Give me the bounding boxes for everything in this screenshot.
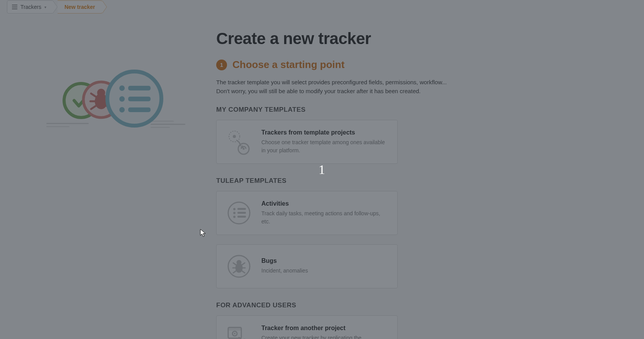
breadcrumb: Trackers ▾ New tracker [7,0,107,14]
breadcrumb-divider-end [102,0,107,14]
step-header: 1 Choose a starting point [216,59,587,71]
card-tracker-another-project[interactable]: Tracker from another project Create your… [216,315,398,339]
step-title: Choose a starting point [232,59,344,71]
breadcrumb-trackers-label: Trackers [20,4,41,10]
step-description: The tracker template you will select pro… [216,78,463,96]
card-title: Trackers from template projects [261,129,389,136]
svg-point-36 [237,261,241,264]
card-desc: Create your new tracker by replicating t… [261,334,389,339]
svg-rect-44 [228,327,241,330]
breadcrumb-new-label: New tracker [64,4,95,10]
breadcrumb-new-tracker[interactable]: New tracker [58,0,102,14]
svg-point-30 [233,212,236,214]
svg-point-20 [119,107,125,112]
svg-point-26 [243,148,245,150]
svg-rect-4 [151,127,170,128]
svg-point-23 [233,135,236,138]
svg-point-32 [233,216,236,218]
svg-rect-33 [237,216,246,218]
svg-rect-29 [237,208,246,210]
card-desc: Incident, anomalies [261,267,389,274]
step-desc-line1: The tracker template you will select pro… [216,79,447,85]
main-column: Create a new tracker 1 Choose a starting… [216,29,587,339]
svg-point-8 [98,90,104,96]
card-title: Bugs [261,257,389,264]
chevron-down-icon: ▾ [44,5,46,9]
svg-rect-3 [151,124,185,125]
svg-point-28 [233,208,236,210]
svg-rect-17 [128,86,151,90]
breadcrumb-divider [53,0,57,14]
svg-rect-21 [128,107,151,112]
advanced-cards: Tracker from another project Create your… [216,315,587,339]
bugs-icon [225,252,253,280]
tuleap-cards: Activities Track daily tasks, meeting ac… [216,191,587,288]
card-activities[interactable]: Activities Track daily tasks, meeting ac… [216,191,398,235]
cursor-icon [200,229,207,237]
svg-point-18 [119,96,125,102]
app-root: Trackers ▾ New tracker [0,0,644,339]
section-company-templates: MY COMPANY TEMPLATES [216,106,587,114]
svg-rect-19 [128,97,151,101]
card-trackers-from-templates[interactable]: Trackers from template projects Choose o… [216,120,398,164]
svg-rect-1 [46,126,69,127]
card-desc: Track daily tasks, meeting actions and f… [261,210,389,225]
page-title: Create a new tracker [216,29,587,48]
activities-icon [225,199,253,227]
svg-rect-0 [46,123,89,124]
svg-line-40 [242,263,245,265]
svg-rect-31 [237,212,246,214]
section-tuleap-templates: TULEAP TEMPLATES [216,177,587,185]
svg-point-16 [119,85,125,91]
card-title: Tracker from another project [261,325,389,332]
svg-line-37 [233,263,236,265]
svg-rect-2 [151,121,174,122]
template-download-icon [225,128,253,156]
list-icon [12,5,17,9]
svg-line-42 [242,271,245,273]
card-title: Activities [261,200,389,207]
svg-point-46 [234,333,236,334]
card-bugs[interactable]: Bugs Incident, anomalies [216,244,398,288]
company-cards: Trackers from template projects Choose o… [216,120,587,164]
card-desc: Choose one tracker template among ones a… [261,138,389,154]
svg-line-39 [233,271,236,273]
step-desc-line2: Don't worry, you will still be able to m… [216,88,420,94]
step-number-badge: 1 [216,60,227,70]
hero-illustration [23,39,193,139]
section-advanced: FOR ADVANCED USERS [216,302,587,309]
replicate-icon [225,324,253,339]
breadcrumb-trackers[interactable]: Trackers ▾ [7,0,53,14]
